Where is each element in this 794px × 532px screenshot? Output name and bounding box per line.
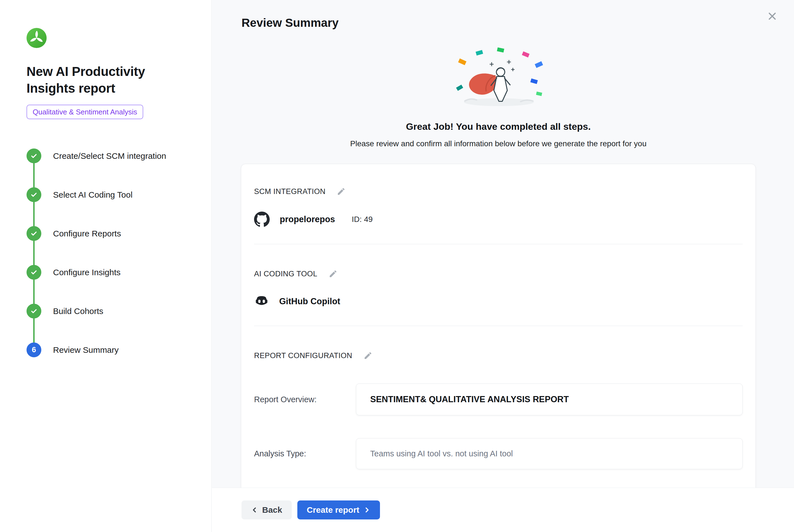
scroll-content: Great Job! You have completed all steps.… [212,0,794,532]
scm-integration-row: propelorepos ID: 49 [254,212,743,227]
review-summary-pane: Review Summary [212,0,794,532]
ai-tool-section-header: AI CODING TOOL [254,269,743,279]
check-icon [26,226,41,241]
create-report-label: Create report [307,505,359,515]
scm-section-header: SCM INTEGRATION [254,187,743,196]
report-overview-value: SENTIMENT& QUALITATIVE ANALYSIS REPORT [356,383,743,415]
wizard-stepper: Create/Select SCM integration Select AI … [26,136,194,369]
analysis-type-label: Analysis Type: [254,449,356,458]
step-review-summary[interactable]: 6 Review Summary [26,330,194,369]
scm-section-label: SCM INTEGRATION [254,187,325,196]
analysis-type-value: Teams using AI tool vs. not using AI too… [356,438,743,469]
summary-card: SCM INTEGRATION propelorepos ID: 49 AI C… [241,164,756,532]
report-overview-label: Report Overview: [254,395,356,404]
step-configure-reports[interactable]: Configure Reports [26,214,194,253]
scm-integration-name: propelorepos [280,214,335,224]
sidebar: New AI Productivity Insights report Qual… [0,0,212,532]
check-icon [26,149,41,163]
edit-scm-icon[interactable] [336,187,346,196]
app-window: New AI Productivity Insights report Qual… [0,0,794,532]
page-title: Review Summary [242,16,339,30]
divider [254,326,743,326]
edit-ai-tool-icon[interactable] [328,269,338,279]
congrats-block: Great Job! You have completed all steps.… [241,46,756,148]
step-configure-insights[interactable]: Configure Insights [26,253,194,292]
analysis-type-field: Analysis Type: Teams using AI tool vs. n… [254,438,743,469]
report-config-section-header: REPORT CONFIGURATION [254,350,743,361]
analysis-type-badge: Qualitative & Sentiment Analysis [26,104,143,119]
congrats-title: Great Job! You have completed all steps. [241,121,756,132]
step-ai-coding-tool[interactable]: Select AI Coding Tool [26,175,194,214]
congrats-subtitle: Please review and confirm all informatio… [241,139,756,148]
celebration-illustration [437,46,560,111]
report-overview-field: Report Overview: SENTIMENT& QUALITATIVE … [254,383,743,415]
scm-integration-id: ID: 49 [352,215,373,224]
step-label: Create/Select SCM integration [53,151,166,161]
copilot-icon [254,294,269,309]
ai-tool-section-label: AI CODING TOOL [254,270,318,278]
step-scm-integration[interactable]: Create/Select SCM integration [26,136,194,175]
report-title: New AI Productivity Insights report [26,63,172,97]
back-button-label: Back [262,505,282,515]
step-number-badge: 6 [26,342,41,357]
create-report-button[interactable]: Create report [297,500,380,519]
step-build-cohorts[interactable]: Build Cohorts [26,292,194,330]
back-button[interactable]: Back [242,500,292,519]
ai-tool-row: GitHub Copilot [254,294,743,309]
step-label: Review Summary [53,345,119,355]
check-icon [26,187,41,202]
check-icon [26,304,41,319]
ai-tool-name: GitHub Copilot [279,297,340,306]
close-icon[interactable] [765,9,779,23]
check-icon [26,265,41,280]
step-label: Select AI Coding Tool [53,190,133,200]
chevron-right-icon [363,506,371,514]
report-config-section-label: REPORT CONFIGURATION [254,352,352,360]
divider [254,244,743,244]
edit-report-config-icon[interactable] [363,350,373,361]
wizard-footer: Back Create report [212,488,794,532]
chevron-left-icon [251,506,258,514]
github-icon [254,212,270,227]
propel-logo-icon [26,28,46,48]
step-label: Build Cohorts [53,306,103,316]
step-label: Configure Insights [53,268,120,277]
step-label: Configure Reports [53,229,121,239]
